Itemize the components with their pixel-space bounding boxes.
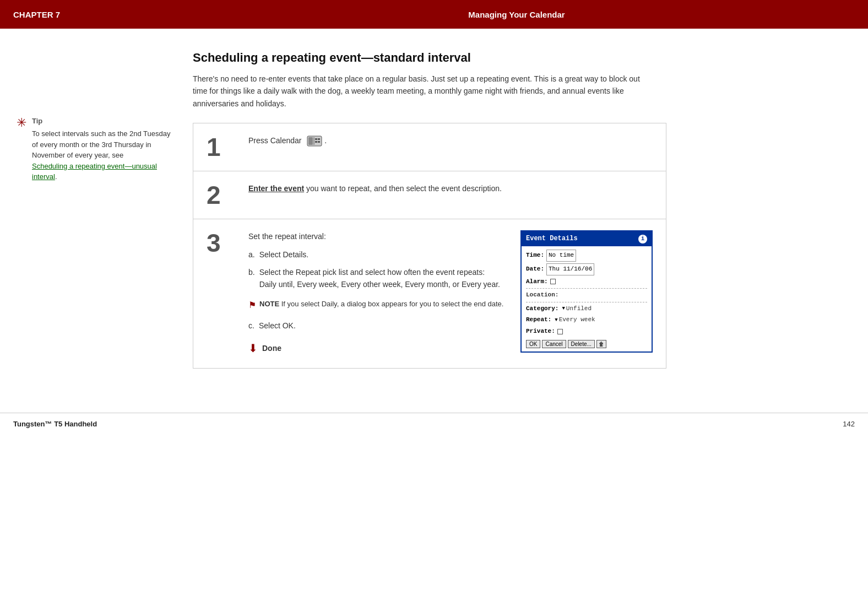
sub-b-label: b. — [248, 266, 255, 291]
tip-label: Tip — [32, 117, 171, 125]
step-2-number: 2 — [193, 171, 243, 219]
header: CHAPTER 7 Managing Your Calendar — [0, 0, 868, 29]
calendar-icon — [307, 134, 322, 147]
note-block: ⚑ NOTE If you select Daily, a dialog box… — [248, 299, 504, 312]
sidebar: ✳ Tip To select intervals such as the 2n… — [17, 51, 182, 369]
sub-step-c: c. Select OK. — [248, 320, 504, 332]
step-3-text-area: Set the repeat interval: a. Select Detai… — [248, 230, 504, 357]
note-label: NOTE — [259, 300, 279, 308]
done-arrow-icon: ⬇ — [248, 339, 258, 357]
widget-alarm-row: Alarm: — [526, 277, 647, 287]
widget-body: Time: No time Date: Thu 11/16/06 Alarm: — [522, 246, 652, 351]
widget-cancel-button[interactable]: Cancel — [542, 340, 566, 348]
widget-alarm-label: Alarm: — [526, 277, 548, 287]
step-2: 2 Enter the event you want to repeat, an… — [193, 171, 666, 219]
widget-time-row: Time: No time — [526, 250, 647, 262]
widget-repeat-value: Every week — [559, 315, 595, 325]
sub-a-text: Select Details. — [259, 248, 308, 261]
widget-time-label: Time: — [526, 251, 544, 261]
widget-divider-2 — [526, 302, 647, 302]
widget-location-row: Location: — [526, 290, 647, 300]
step-2-bold: Enter the event — [248, 184, 304, 193]
widget-private-checkbox[interactable] — [557, 329, 563, 334]
tip-text: To select intervals such as the 2nd Tues… — [32, 128, 171, 182]
intro-text: There's no need to re-enter events that … — [193, 73, 644, 110]
steps-container: 1 Press Calendar — [193, 123, 666, 369]
step-2-body: Enter the event you want to repeat, and … — [243, 171, 666, 219]
step-2-text: Enter the event you want to repeat, and … — [248, 182, 653, 194]
svg-rect-3 — [315, 138, 317, 140]
svg-rect-4 — [318, 138, 320, 140]
step-3-body: Set the repeat interval: a. Select Detai… — [243, 219, 666, 368]
svg-rect-6 — [318, 141, 320, 143]
tip-link[interactable]: Scheduling a repeating event—unusual int… — [32, 162, 157, 181]
sub-step-b: b. Select the Repeat pick list and selec… — [248, 266, 504, 291]
step-1-number: 1 — [193, 123, 243, 171]
main-content: ✳ Tip To select intervals such as the 2n… — [0, 29, 868, 391]
widget-repeat-arrow: ▼ — [555, 316, 557, 324]
done-label: Done — [262, 342, 281, 354]
chapter-title: CHAPTER 7 — [13, 10, 178, 19]
tip-period: . — [55, 172, 57, 181]
widget-category-label: Category: — [526, 304, 558, 314]
note-text: If you select Daily, a dialog box appear… — [279, 300, 503, 308]
tip-content: Tip To select intervals such as the 2nd … — [32, 117, 171, 182]
event-details-widget: Event Details i Time: No time Date: — [520, 230, 653, 352]
sub-a-label: a. — [248, 248, 255, 261]
tip-text-1: To select intervals such as the 2nd Tues… — [32, 129, 170, 159]
widget-ok-button[interactable]: OK — [526, 340, 540, 348]
step-3-set-text: Set the repeat interval: — [248, 230, 504, 242]
step-3: 3 Set the repeat interval: a. Select Det… — [193, 219, 666, 368]
widget-header: Event Details i — [522, 231, 652, 246]
sub-step-a: a. Select Details. — [248, 248, 504, 261]
widget-category-value: Unfiled — [566, 304, 592, 314]
widget-category-arrow: ▼ — [562, 305, 565, 312]
svg-rect-5 — [315, 141, 317, 143]
step-1: 1 Press Calendar — [193, 123, 666, 171]
done-block: ⬇ Done — [248, 339, 504, 357]
footer-page-number: 142 — [843, 420, 855, 428]
sub-c-label: c. — [248, 320, 254, 332]
widget-location-label: Location: — [526, 291, 558, 298]
widget-private-label: Private: — [526, 327, 555, 337]
tip-block: ✳ Tip To select intervals such as the 2n… — [17, 117, 171, 182]
widget-title: Event Details — [526, 234, 578, 244]
footer-brand: Tungsten™ T5 Handheld — [13, 420, 97, 428]
step-3-number: 3 — [193, 219, 243, 368]
widget-alarm-checkbox[interactable] — [550, 279, 556, 284]
tip-icon: ✳ — [17, 117, 26, 129]
note-icon: ⚑ — [248, 299, 256, 312]
widget-date-label: Date: — [526, 264, 544, 274]
widget-date-value: Thu 11/16/06 — [546, 263, 594, 275]
step-2-rest: you want to repeat, and then select the … — [304, 184, 502, 193]
widget-category-row: Category: ▼ Unfiled — [526, 304, 647, 314]
page-title: Managing Your Calendar — [178, 10, 855, 19]
widget-repeat-row: Repeat: ▼ Every week — [526, 315, 647, 325]
info-icon: i — [638, 235, 647, 244]
widget-delete-button[interactable]: Delete... — [568, 340, 595, 348]
step-1-body: Press Calendar — [243, 123, 666, 171]
footer: Tungsten™ T5 Handheld 142 — [0, 413, 868, 435]
section-title: Scheduling a repeating event—standard in… — [193, 51, 851, 65]
widget-repeat-label: Repeat: — [526, 315, 551, 325]
widget-divider-1 — [526, 288, 647, 289]
widget-icon-button[interactable]: 🗑 — [596, 340, 606, 348]
widget-date-row: Date: Thu 11/16/06 — [526, 263, 647, 275]
step-1-text: Press Calendar — [248, 134, 653, 147]
widget-buttons: OK Cancel Delete... 🗑 — [526, 340, 647, 348]
sub-c-text: Select OK. — [259, 320, 296, 332]
content-area: Scheduling a repeating event—standard in… — [182, 51, 851, 369]
sub-b-text: Select the Repeat pick list and select h… — [259, 266, 504, 291]
widget-time-value: No time — [546, 250, 576, 262]
widget-private-row: Private: — [526, 327, 647, 337]
svg-rect-1 — [308, 137, 313, 145]
step-3-inner: Set the repeat interval: a. Select Detai… — [248, 230, 653, 357]
note-content: NOTE If you select Daily, a dialog box a… — [259, 299, 503, 310]
